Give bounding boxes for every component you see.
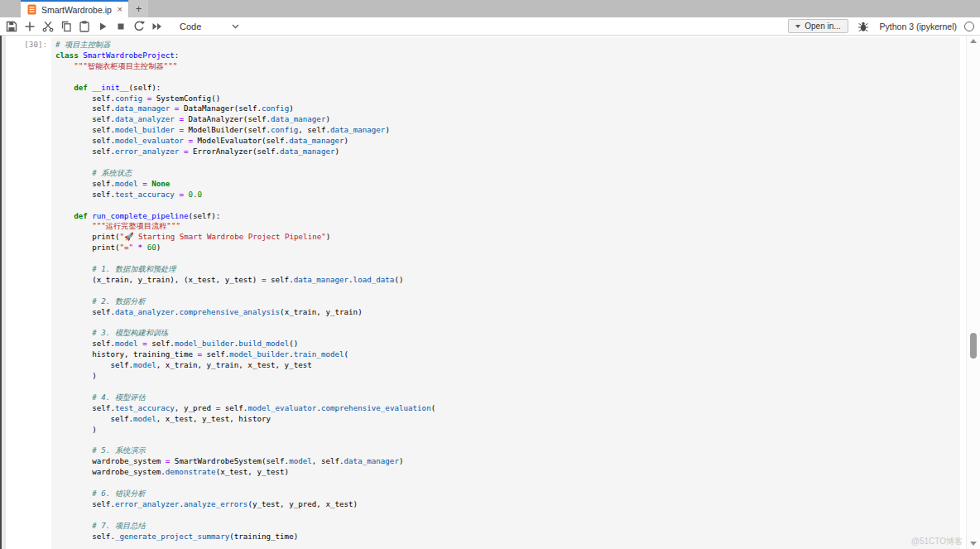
tab-smartwardrobe[interactable]: SmartWardrobe.ipynb × <box>21 0 128 17</box>
scrollbar[interactable] <box>966 36 980 549</box>
restart-kernel-button[interactable] <box>130 18 148 35</box>
code-line: wardrobe_system.demonstrate(x_test, y_te… <box>55 467 956 478</box>
notebook-icon <box>27 4 36 15</box>
debugger-bug-icon[interactable] <box>858 21 869 32</box>
cell-prompt: [30]: <box>0 40 47 51</box>
tab-title: SmartWardrobe.ipynb <box>41 5 112 15</box>
code-line <box>55 436 956 446</box>
code-line: self.model_evaluator = ModelEvaluator(se… <box>55 136 956 147</box>
code-line: # 项目主控制器 <box>55 40 956 51</box>
scroll-down-arrow[interactable] <box>970 542 977 546</box>
code-lines: # 项目主控制器class SmartWardrobeProject: """智… <box>51 37 960 545</box>
insert-cell-button[interactable] <box>21 18 39 35</box>
code-line: # 2. 数据分析 <box>55 296 956 307</box>
paste-cells-button[interactable] <box>75 18 94 35</box>
interrupt-kernel-button[interactable] <box>112 18 130 35</box>
code-line <box>55 253 956 264</box>
code-line <box>55 200 956 211</box>
new-tab-button[interactable]: + <box>129 0 148 17</box>
caret-down-icon <box>795 25 800 28</box>
code-line: self.data_analyzer.comprehensive_analysi… <box>55 307 956 318</box>
code-line <box>55 318 956 329</box>
code-line: ) <box>55 371 956 382</box>
code-line: ) <box>55 425 956 436</box>
code-line: self.config = SystemConfig() <box>55 94 956 104</box>
code-line <box>55 510 956 521</box>
code-line: self.error_analyzer = ErrorAnalyzer(self… <box>55 147 956 157</box>
sidebar-edge-shadow <box>2 36 6 549</box>
code-line: def run_complete_pipeline(self): <box>55 211 956 222</box>
code-line: self.test_accuracy, y_pred = self.model_… <box>55 403 956 414</box>
save-button[interactable] <box>2 18 21 35</box>
open-in-button[interactable]: Open in... <box>788 19 848 33</box>
code-line: wardrobe_system = SmartWardrobeSystem(se… <box>55 456 956 467</box>
cell-editor[interactable]: # 项目主控制器class SmartWardrobeProject: """智… <box>51 37 960 549</box>
code-line: def __init__(self): <box>55 83 956 94</box>
code-line: print("=" * 60) <box>55 243 956 253</box>
copy-cells-button[interactable] <box>57 18 75 35</box>
cell-type-value: Code <box>180 22 201 31</box>
code-line: # 4. 模型评估 <box>55 392 956 403</box>
cell-type-dropdown[interactable]: Code <box>180 22 239 31</box>
run-cell-button[interactable] <box>94 18 112 35</box>
code-line: self.data_analyzer = DataAnalyzer(self.d… <box>55 114 956 125</box>
notebook-content: [30]: # 项目主控制器class SmartWardrobeProject… <box>0 36 980 549</box>
code-line: self._generate_project_summary(training_… <box>55 532 956 542</box>
code-line: # 1. 数据加载和预处理 <box>55 264 956 275</box>
toolbar-icon-group <box>2 18 166 35</box>
code-line <box>55 382 956 392</box>
code-line: history, training_time = self.model_buil… <box>55 349 956 360</box>
kernel-status-icon[interactable] <box>964 22 974 31</box>
code-line: # 6. 错误分析 <box>55 489 956 499</box>
code-line: # 7. 项目总结 <box>55 521 956 532</box>
watermark: @51CTO博客 <box>911 536 963 547</box>
code-line: (x_train, y_train), (x_test, y_test) = s… <box>55 275 956 286</box>
code-line <box>55 72 956 83</box>
code-line: """运行完整项目流程""" <box>55 221 956 232</box>
code-line: # 5. 系统演示 <box>55 445 956 456</box>
scrollbar-thumb[interactable] <box>970 333 977 359</box>
kernel-name[interactable]: Python 3 (ipykernel) <box>880 22 957 31</box>
code-line: self.model = None <box>55 179 956 190</box>
cut-cells-button[interactable] <box>39 18 57 35</box>
code-line: self.data_manager = DataManager(self.con… <box>55 104 956 114</box>
code-line: self.model = self.model_builder.build_mo… <box>55 339 956 349</box>
open-in-label: Open in... <box>805 22 840 31</box>
code-line: self.error_analyzer.analyze_errors(y_tes… <box>55 499 956 510</box>
tab-bar: SmartWardrobe.ipynb × + <box>0 0 980 17</box>
restart-run-all-button[interactable] <box>148 18 166 35</box>
code-line: # 系统状态 <box>55 168 956 179</box>
notebook-toolbar: Code Open in... Python 3 (ipykernel) <box>0 17 980 36</box>
chevron-down-icon <box>232 24 239 29</box>
code-line: """智能衣柜项目主控制器""" <box>55 61 956 72</box>
tab-close-icon[interactable]: × <box>117 5 123 14</box>
code-line <box>55 157 956 168</box>
code-line: # 3. 模型构建和训练 <box>55 328 956 339</box>
code-line: class SmartWardrobeProject: <box>55 51 956 61</box>
code-line: self.test_accuracy = 0.0 <box>55 190 956 200</box>
code-line: self.model, x_test, y_test, history <box>55 414 956 425</box>
code-line: print("🚀 Starting Smart Wardrobe Project… <box>55 232 956 243</box>
scroll-up-arrow[interactable] <box>970 39 977 43</box>
code-line: self.model, x_train, y_train, x_test, y_… <box>55 360 956 371</box>
code-line: self.model_builder = ModelBuilder(self.c… <box>55 125 956 136</box>
code-line <box>55 478 956 489</box>
code-line <box>55 286 956 296</box>
